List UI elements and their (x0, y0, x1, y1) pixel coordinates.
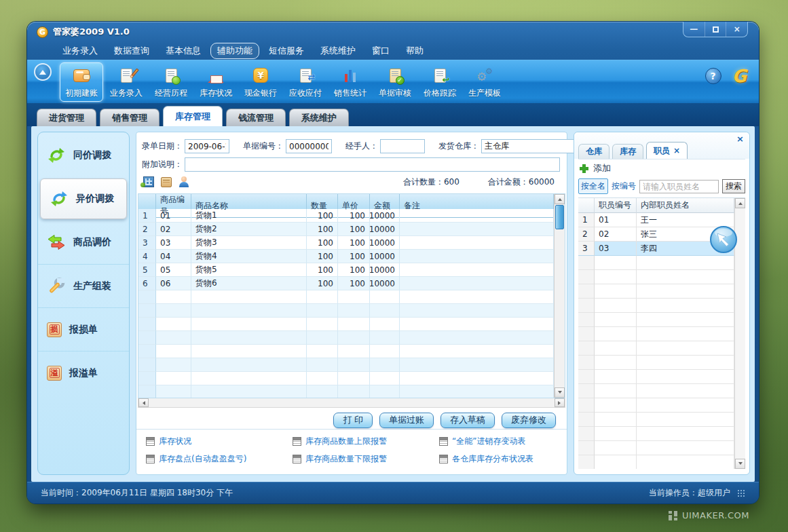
items-table-row[interactable]: 3 03 货物3 100 100 10000 (138, 236, 554, 250)
resize-grip[interactable] (737, 489, 745, 497)
employee-row[interactable] (578, 341, 734, 356)
employee-search-input[interactable] (639, 180, 719, 193)
scroll-right-button[interactable] (555, 398, 565, 407)
sidebar-item-overflow-report[interactable]: 溢 报溢单 (38, 351, 129, 394)
quick-link[interactable]: 库存盘点(自动盘盈盘亏) (146, 453, 293, 465)
employee-row[interactable] (578, 370, 734, 384)
items-table-row[interactable] (138, 318, 554, 331)
employee-row[interactable] (578, 299, 734, 313)
menu-item[interactable]: 窗口 (365, 43, 396, 59)
toolbar-button-price-tracking[interactable]: ↩ 价格跟踪 (418, 62, 462, 102)
menu-item[interactable]: 帮助 (399, 43, 430, 59)
toolbar-button-cash-bank[interactable]: ¥ 现金银行 (239, 62, 282, 102)
warehouse-picker-icon[interactable] (143, 176, 154, 187)
items-table-row[interactable] (138, 331, 554, 345)
employee-row[interactable] (578, 455, 734, 469)
date-input[interactable] (185, 139, 229, 153)
scroll-left-button[interactable] (138, 398, 149, 407)
employee-row[interactable] (578, 441, 734, 455)
menu-item[interactable]: 数据查询 (107, 43, 156, 59)
goods-picker-icon[interactable] (161, 177, 172, 187)
items-table-row[interactable]: 4 04 货物4 100 100 10000 (138, 250, 554, 263)
quick-link[interactable]: 库存状况 (146, 436, 293, 447)
maximize-button[interactable] (705, 22, 727, 37)
employee-row[interactable] (578, 313, 734, 327)
filter-by-fullname[interactable]: 按全名 (578, 178, 608, 194)
employee-row[interactable] (578, 327, 734, 341)
employee-row[interactable] (578, 284, 734, 299)
employee-row[interactable] (578, 384, 734, 398)
employee-row[interactable] (578, 398, 734, 413)
add-plus-icon[interactable] (580, 164, 588, 173)
toolbar-button-history[interactable]: 经营历程 (149, 62, 193, 102)
quick-link[interactable]: 库存商品数量上限报警 (293, 436, 439, 447)
filter-by-code[interactable]: 按编号 (612, 180, 636, 192)
sidebar-item-diff-price-transfer[interactable]: 异价调拨 (40, 178, 127, 219)
items-horizontal-scrollbar[interactable] (138, 398, 565, 408)
items-table-row[interactable]: 2 02 货物2 100 100 10000 (138, 223, 554, 236)
employee-row[interactable] (578, 270, 734, 284)
sidebar-item-price-adjust[interactable]: 商品调价 (38, 221, 129, 264)
scroll-down-button[interactable] (735, 459, 745, 469)
items-table-row[interactable]: 1 01 货物1 100 100 10000 (138, 209, 554, 223)
tab-close-icon[interactable]: × (673, 146, 680, 155)
items-table-row[interactable]: 5 05 货物5 100 100 10000 (138, 263, 554, 277)
toolbar-button-initial-setup[interactable]: 初期建账 (60, 62, 103, 102)
main-tab[interactable]: 进货管理 (37, 109, 96, 126)
doc-no-input[interactable] (286, 139, 332, 153)
menu-item[interactable]: 短信服务 (262, 43, 311, 59)
main-tab[interactable]: 钱流管理 (226, 109, 286, 126)
main-tab[interactable]: 销售管理 (100, 109, 160, 126)
warehouse-input[interactable] (481, 139, 581, 153)
help-icon[interactable]: ? (705, 68, 721, 84)
sidebar-item-same-price-transfer[interactable]: 同价调拨 (38, 134, 129, 177)
items-table-row[interactable] (138, 385, 554, 398)
quick-link[interactable]: “全能”进销存变动表 (439, 436, 567, 447)
items-table-row[interactable] (138, 290, 554, 304)
scroll-up-button[interactable] (735, 198, 745, 208)
items-vertical-scrollbar[interactable] (554, 194, 565, 398)
minimize-button[interactable]: — (683, 22, 705, 37)
note-input[interactable] (185, 157, 560, 172)
toolbar-button-sales-stats[interactable]: 销售统计 (329, 62, 372, 102)
employee-row[interactable] (578, 413, 734, 427)
toolbar-button-doc-audit[interactable]: ✓ 单据审核 (373, 62, 417, 102)
menu-item[interactable]: 辅助功能 (210, 43, 259, 59)
toolbar-button-production-template[interactable]: ⚙⚙ 生产模板 (463, 62, 506, 102)
employee-row[interactable] (578, 356, 734, 370)
menu-item[interactable]: 系统维护 (314, 43, 362, 59)
print-button[interactable]: 打 印 (333, 413, 373, 428)
items-table-row[interactable] (138, 372, 554, 385)
quick-link[interactable]: 库存商品数量下限报警 (293, 453, 439, 465)
items-table-row[interactable] (138, 358, 554, 372)
items-table-row[interactable]: 6 06 货物6 100 100 10000 (138, 277, 554, 290)
search-button[interactable]: 搜索 (722, 179, 745, 193)
scroll-down-button[interactable] (555, 387, 565, 398)
save-draft-button[interactable]: 存入草稿 (440, 413, 495, 428)
employee-picker-icon[interactable] (179, 176, 189, 187)
items-table-row[interactable] (138, 304, 554, 318)
discard-changes-button[interactable]: 废弃修改 (502, 413, 556, 428)
scroll-up-button[interactable] (555, 194, 565, 204)
panel-close-icon[interactable]: × (736, 134, 744, 143)
menu-item[interactable]: 基本信息 (159, 43, 208, 59)
toolbar-button-payables-receivables[interactable]: ⇄ 应收应付 (284, 62, 327, 102)
toolbar-button-inventory-status[interactable]: 库存状况 (194, 62, 238, 102)
employee-row[interactable] (578, 256, 734, 270)
main-tab[interactable]: 系统维护 (289, 109, 349, 126)
menu-item[interactable]: 业务录入 (56, 43, 105, 59)
add-label[interactable]: 添加 (593, 162, 611, 174)
items-table-row[interactable] (138, 345, 554, 358)
lookup-tab[interactable]: 库存× (612, 144, 643, 159)
collapse-toolbar-button[interactable] (34, 63, 52, 81)
quick-link[interactable]: 各仓库库存分布状况表 (439, 453, 567, 465)
sidebar-item-loss-report[interactable]: 损 报损单 (38, 307, 129, 351)
handler-input[interactable] (380, 139, 425, 153)
post-document-button[interactable]: 单据过账 (379, 413, 434, 428)
main-tab[interactable]: 库存管理 (163, 106, 223, 126)
sidebar-item-assembly[interactable]: 生产组装 (38, 264, 129, 307)
lookup-tab[interactable]: 职员× (646, 142, 688, 159)
toolbar-button-business-entry[interactable]: 业务录入 (105, 62, 148, 102)
close-button[interactable]: × (726, 22, 747, 37)
employee-row[interactable] (578, 427, 734, 441)
